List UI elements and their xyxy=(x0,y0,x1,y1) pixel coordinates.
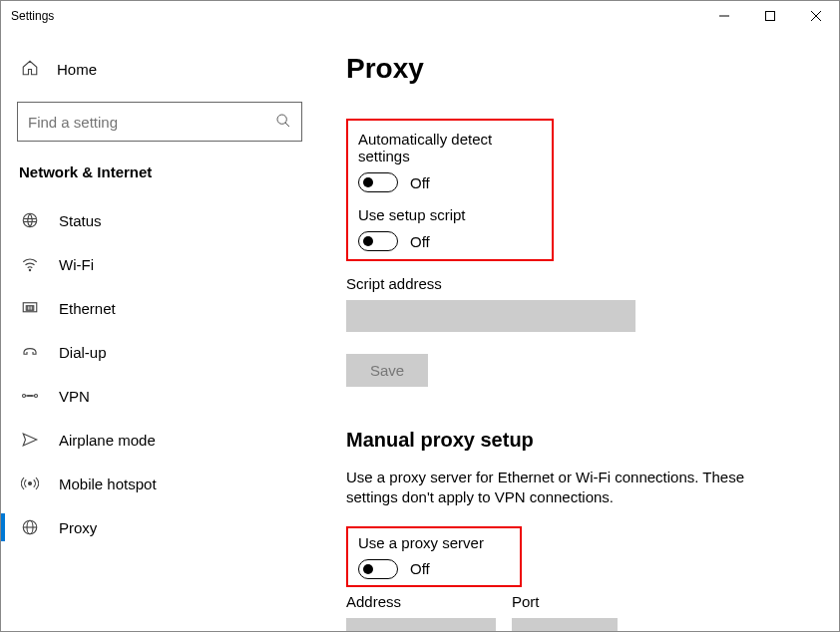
nav-status[interactable]: Status xyxy=(17,198,302,242)
minimize-button[interactable] xyxy=(701,1,747,31)
nav-label: Proxy xyxy=(59,519,97,536)
script-address-input[interactable] xyxy=(346,300,635,332)
address-input[interactable] xyxy=(346,618,496,632)
wifi-icon xyxy=(21,255,39,273)
svg-line-5 xyxy=(285,123,289,127)
svg-rect-1 xyxy=(766,12,775,21)
use-proxy-label: Use a proxy server xyxy=(358,534,510,551)
port-label: Port xyxy=(512,593,618,610)
use-proxy-state: Off xyxy=(410,560,430,577)
search-box[interactable] xyxy=(17,102,302,142)
svg-point-20 xyxy=(31,396,32,397)
svg-point-19 xyxy=(30,396,31,397)
vpn-icon xyxy=(21,387,39,405)
home-nav[interactable]: Home xyxy=(17,51,302,88)
setup-script-toggle[interactable] xyxy=(358,231,398,251)
svg-point-18 xyxy=(28,396,29,397)
airplane-icon xyxy=(21,431,39,449)
svg-point-4 xyxy=(277,115,286,124)
nav-ethernet[interactable]: Ethernet xyxy=(17,286,302,330)
svg-point-21 xyxy=(29,482,32,485)
main-content: Proxy Automatically detect settings Off … xyxy=(318,31,839,631)
hotspot-icon xyxy=(21,474,39,492)
highlight-box-auto: Automatically detect settings Off Use se… xyxy=(346,119,554,261)
nav-airplane[interactable]: Airplane mode xyxy=(17,418,302,462)
nav-label: Ethernet xyxy=(59,300,116,317)
setup-script-label: Use setup script xyxy=(358,206,542,223)
close-button[interactable] xyxy=(793,1,839,31)
titlebar: Settings xyxy=(1,1,839,31)
nav-label: Status xyxy=(59,212,102,229)
auto-detect-state: Off xyxy=(410,174,430,191)
nav-vpn[interactable]: VPN xyxy=(17,374,302,418)
nav-wifi[interactable]: Wi-Fi xyxy=(17,242,302,286)
section-heading: Network & Internet xyxy=(17,163,302,180)
home-icon xyxy=(21,59,39,80)
home-label: Home xyxy=(57,61,97,78)
setup-script-state: Off xyxy=(410,233,430,250)
svg-point-16 xyxy=(35,395,38,398)
nav-hotspot[interactable]: Mobile hotspot xyxy=(17,462,302,505)
auto-detect-label: Automatically detect settings xyxy=(358,131,542,164)
svg-point-6 xyxy=(23,213,37,227)
svg-point-9 xyxy=(29,269,30,270)
address-label: Address xyxy=(346,593,496,610)
nav-proxy[interactable]: Proxy xyxy=(17,505,302,549)
nav-list: Status Wi-Fi Ethernet Dial-up VPN Airpla… xyxy=(17,198,302,549)
svg-point-15 xyxy=(23,395,26,398)
nav-label: Airplane mode xyxy=(59,432,156,449)
manual-desc: Use a proxy server for Ethernet or Wi-Fi… xyxy=(346,468,799,508)
status-icon xyxy=(21,211,39,229)
use-proxy-toggle[interactable] xyxy=(358,559,398,579)
proxy-icon xyxy=(21,518,39,536)
highlight-box-proxy: Use a proxy server Off xyxy=(346,526,522,587)
nav-label: Wi-Fi xyxy=(59,256,94,273)
manual-heading: Manual proxy setup xyxy=(346,429,799,452)
port-input[interactable] xyxy=(512,618,618,632)
nav-label: Dial-up xyxy=(59,344,107,361)
nav-label: Mobile hotspot xyxy=(59,475,157,492)
nav-label: VPN xyxy=(59,388,90,405)
search-icon xyxy=(275,113,291,132)
window-title: Settings xyxy=(11,9,54,23)
ethernet-icon xyxy=(21,299,39,317)
sidebar: Home Network & Internet Status Wi-Fi Eth… xyxy=(1,31,318,631)
save-button[interactable]: Save xyxy=(346,354,428,387)
maximize-button[interactable] xyxy=(747,1,793,31)
nav-dialup[interactable]: Dial-up xyxy=(17,330,302,374)
auto-detect-toggle[interactable] xyxy=(358,172,398,192)
script-address-label: Script address xyxy=(346,275,799,292)
search-input[interactable] xyxy=(28,114,275,131)
dialup-icon xyxy=(21,343,39,361)
page-title: Proxy xyxy=(346,53,799,85)
